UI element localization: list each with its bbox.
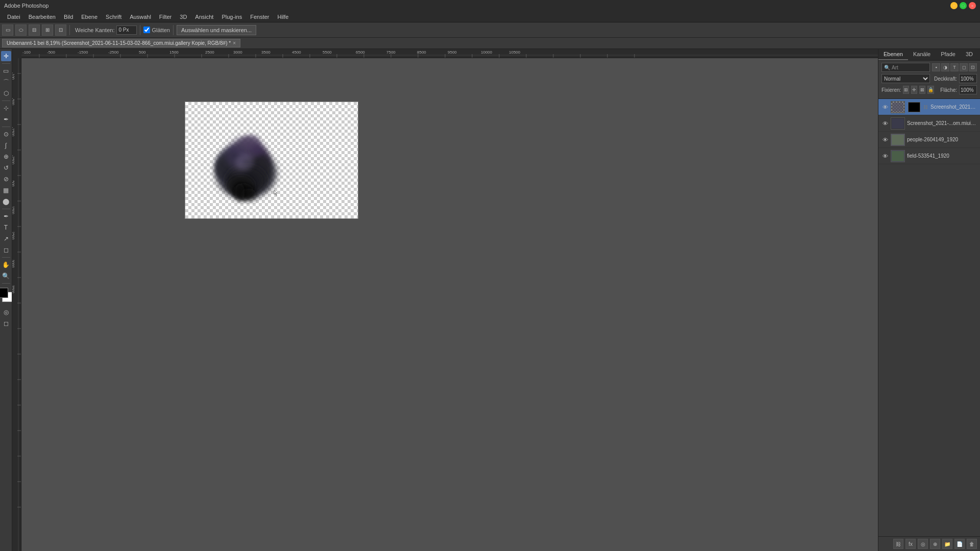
- text-tool[interactable]: T: [1, 222, 11, 233]
- move-tool[interactable]: ✛: [1, 51, 11, 61]
- auswaehlen-maskieren-button[interactable]: Auswählen und maskieren...: [177, 25, 256, 35]
- lock-artboard-icon[interactable]: ⊠: [919, 86, 925, 94]
- doc-tab-close[interactable]: ×: [233, 40, 236, 46]
- opacity-input[interactable]: [959, 74, 977, 83]
- lasso-tool[interactable]: ⌒: [1, 77, 11, 87]
- tab-3d[interactable]: 3D: [961, 49, 978, 60]
- eyedropper-tool[interactable]: ✒: [1, 114, 11, 124]
- layer-item-1[interactable]: 👁 ⛓ Screenshot_2021-...i.gallery Kopie: [878, 99, 980, 115]
- text-layer-icon[interactable]: T: [950, 63, 959, 71]
- svg-text:3000: 3000: [233, 50, 242, 55]
- horizontal-ruler: -100 -500 -1500 -2500 500 1500 2500 3000…: [21, 49, 878, 58]
- maximize-button[interactable]: □: [960, 2, 967, 9]
- toolbox-sep-5: [2, 257, 10, 258]
- lock-fill-row: Fixieren: ⊞ ✛ ⊠ 🔒 Fläche:: [881, 85, 977, 94]
- delete-layer-button[interactable]: 🗑: [967, 539, 977, 549]
- rect-select-tool[interactable]: ▭: [1, 66, 11, 76]
- new-layer-button[interactable]: 📄: [954, 539, 965, 549]
- tab-kanaele[interactable]: Kanäle: [908, 49, 936, 60]
- layer-3-thumb: [891, 134, 905, 146]
- minimize-button[interactable]: −: [950, 2, 958, 9]
- toolbar-extra[interactable]: ⊡: [55, 24, 66, 36]
- layer-1-visibility[interactable]: 👁: [881, 104, 889, 111]
- path-select-tool[interactable]: ↗: [1, 234, 11, 244]
- tab-ebenen[interactable]: Ebenen: [878, 49, 908, 60]
- new-fill-layer-button[interactable]: ⊕: [930, 539, 940, 549]
- menu-item-schrift[interactable]: Schrift: [102, 13, 126, 21]
- quick-mask-tool[interactable]: ◎: [1, 307, 11, 317]
- layer-item-3[interactable]: 👁 people-2604149_1920: [878, 132, 980, 148]
- magic-wand-tool[interactable]: ⬡: [1, 88, 11, 98]
- layer-2-visibility[interactable]: 👁: [881, 120, 889, 127]
- lock-position-icon[interactable]: ✛: [911, 86, 917, 94]
- layer-1-mask-thumb: [908, 102, 920, 112]
- foreground-color-swatch[interactable]: [0, 288, 8, 298]
- layer-3-visibility[interactable]: 👁: [881, 136, 889, 143]
- menu-item-auswahl[interactable]: Auswahl: [126, 13, 155, 21]
- brush-tool[interactable]: ∫: [1, 140, 11, 151]
- lock-pixel-icon[interactable]: ⊞: [903, 86, 909, 94]
- add-mask-button[interactable]: ◎: [918, 539, 928, 549]
- weiche-kanten-input[interactable]: [116, 26, 137, 35]
- canvas-scroll-area[interactable]: [21, 58, 878, 551]
- layer-item-2[interactable]: 👁 Screenshot_2021-...om.miui.gallery: [878, 115, 980, 132]
- ruler-corner: [12, 49, 21, 58]
- toolbar-single-col[interactable]: ⊞: [42, 24, 53, 36]
- new-group-button[interactable]: 📁: [942, 539, 952, 549]
- svg-text:2500: 2500: [205, 50, 214, 55]
- fill-input[interactable]: [959, 85, 977, 94]
- zoom-tool[interactable]: 🔍: [1, 271, 11, 281]
- toolbar-ellipse-select[interactable]: ⬭: [15, 24, 27, 36]
- menu-item-bild[interactable]: Bild: [60, 13, 77, 21]
- menu-item-bearbeiten[interactable]: Bearbeiten: [24, 13, 60, 21]
- layer-style-button[interactable]: fx: [905, 539, 916, 549]
- filter-row: 🔍 Art ▪ ◑ T ◻ ⊡: [881, 63, 977, 72]
- layer-1-name: Screenshot_2021-...i.gallery Kopie: [930, 104, 977, 110]
- adjustment-layer-icon[interactable]: ◑: [941, 63, 949, 71]
- doc-tab-main[interactable]: Unbenannt-1 bei 8,19% (Screenshot_2021-0…: [2, 39, 240, 47]
- link-layers-button[interactable]: ⛓: [893, 539, 903, 549]
- blend-opacity-row: Normal Auflösen Multiplizieren Deckkraft…: [881, 74, 977, 83]
- menu-item-fenster[interactable]: Fenster: [246, 13, 273, 21]
- pixel-layer-icon[interactable]: ▪: [932, 63, 940, 71]
- crop-tool[interactable]: ⊹: [1, 103, 11, 113]
- window-controls: − □ ×: [950, 2, 976, 9]
- lock-all-icon[interactable]: 🔒: [927, 86, 934, 94]
- toolbox-sep-2: [2, 101, 10, 101]
- shape-tool[interactable]: ◻: [1, 245, 11, 255]
- menu-item-filter[interactable]: Filter: [155, 13, 176, 21]
- shape-layer-icon[interactable]: ◻: [960, 63, 968, 71]
- filter-input-wrapper: 🔍 Art: [881, 63, 930, 72]
- svg-text:10000: 10000: [481, 50, 493, 55]
- layer-item-4[interactable]: 👁 field-533541_1920: [878, 148, 980, 164]
- menu-item-ebene[interactable]: Ebene: [77, 13, 102, 21]
- filter-label: Art: [892, 65, 898, 70]
- hand-tool[interactable]: ✋: [1, 260, 11, 270]
- ruler-h-svg: -100 -500 -1500 -2500 500 1500 2500 3000…: [21, 49, 878, 58]
- eraser-tool[interactable]: ⊘: [1, 174, 11, 184]
- smart-object-icon[interactable]: ⊡: [969, 63, 977, 71]
- history-brush-tool[interactable]: ↺: [1, 163, 11, 173]
- menu-item-ansicht[interactable]: Ansicht: [191, 13, 217, 21]
- titlebar: Adobe Photoshop − □ ×: [0, 0, 980, 11]
- menu-item-plug-ins[interactable]: Plug-ins: [217, 13, 246, 21]
- burn-tool[interactable]: ⬤: [1, 196, 11, 207]
- menu-item-hilfe[interactable]: Hilfe: [273, 13, 292, 21]
- blend-mode-select[interactable]: Normal Auflösen Multiplizieren: [881, 74, 930, 83]
- gradient-tool[interactable]: ▦: [1, 185, 11, 195]
- toolbox-sep-1: [2, 63, 10, 64]
- clone-tool[interactable]: ⊕: [1, 152, 11, 162]
- menu-item-datei[interactable]: Datei: [3, 13, 24, 21]
- toolbar-rect-select[interactable]: ▭: [2, 24, 13, 36]
- glatten-checkbox[interactable]: [143, 27, 150, 33]
- screen-mode-tool[interactable]: ◻: [1, 318, 11, 329]
- main-area: ✛ ▭ ⌒ ⬡ ⊹ ✒ ⊙ ∫ ⊕ ↺ ⊘ ▦ ⬤ ✒ T ↗ ◻ ✋ 🔍 ◎ …: [0, 49, 980, 551]
- close-button[interactable]: ×: [969, 2, 976, 9]
- toolbar-single-row[interactable]: ⊟: [29, 24, 40, 36]
- layer-4-visibility[interactable]: 👁: [881, 153, 889, 160]
- glatten-checkbox-wrapper[interactable]: Glätten: [143, 27, 169, 33]
- tab-pfade[interactable]: Pfade: [936, 49, 961, 60]
- heal-tool[interactable]: ⊙: [1, 129, 11, 139]
- pen-tool[interactable]: ✒: [1, 211, 11, 221]
- menu-item-3d[interactable]: 3D: [176, 13, 191, 21]
